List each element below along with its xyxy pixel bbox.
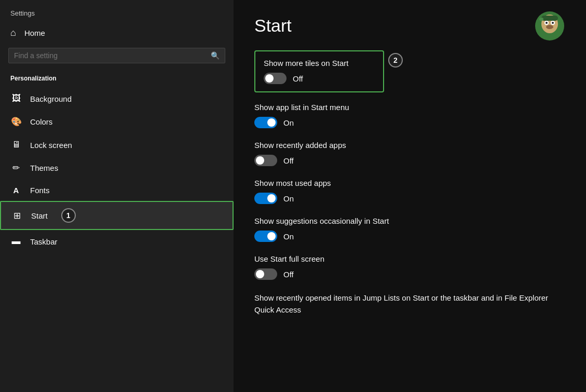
sidebar-item-lock-screen[interactable]: 🖥 Lock screen	[0, 133, 234, 156]
toggle-thumb	[265, 74, 274, 83]
sidebar-item-themes[interactable]: ✏ Themes	[0, 156, 234, 180]
sidebar-item-fonts[interactable]: A Fonts	[0, 180, 234, 201]
svg-point-4	[546, 22, 548, 24]
toggle-row-show-most-used: On	[254, 193, 565, 204]
sidebar-item-colors[interactable]: 🎨 Colors	[0, 110, 234, 133]
setting-label-use-full-screen: Use Start full screen	[254, 254, 565, 263]
colors-icon: 🎨	[10, 116, 22, 127]
main-content: Start Show more tiles on Start Off 2 Sho…	[234, 0, 586, 392]
home-label: Home	[24, 29, 45, 37]
setting-show-more-tiles: Show more tiles on Start Off 2	[254, 50, 384, 92]
start-icon: ⊞	[11, 210, 23, 221]
svg-rect-8	[539, 18, 543, 21]
toggle-thumb	[256, 270, 264, 278]
toggle-row-use-full-screen: Off	[254, 268, 565, 280]
sidebar-item-taskbar[interactable]: ▬ Taskbar	[0, 230, 234, 253]
toggle-thumb	[267, 194, 276, 202]
toggle-show-suggestions[interactable]	[254, 231, 277, 242]
setting-show-suggestions: Show suggestions occasionally in Start O…	[254, 217, 565, 242]
setting-use-full-screen: Use Start full screen Off	[254, 254, 565, 280]
svg-rect-7	[541, 16, 558, 21]
toggle-row-show-more-tiles: Off	[264, 73, 375, 84]
toggle-row-show-app-list: On	[254, 117, 565, 128]
toggle-show-recently-added[interactable]	[254, 155, 277, 166]
page-title: Start	[254, 16, 565, 36]
svg-point-5	[552, 22, 554, 24]
sidebar-item-start[interactable]: ⊞ Start 1	[0, 201, 234, 230]
setting-show-recently-added: Show recently added apps Off	[254, 141, 565, 166]
toggle-use-full-screen[interactable]	[254, 268, 277, 280]
home-icon: ⌂	[10, 28, 16, 38]
home-nav-item[interactable]: ⌂ Home	[0, 22, 234, 44]
toggle-show-more-tiles[interactable]	[264, 73, 287, 84]
toggle-state-show-suggestions: On	[283, 232, 294, 241]
setting-label-show-suggestions: Show suggestions occasionally in Start	[254, 217, 565, 225]
setting-label-show-more-tiles: Show more tiles on Start	[264, 59, 375, 67]
start-badge: 1	[61, 208, 76, 223]
toggle-state-show-recently-added: Off	[283, 156, 294, 165]
show-more-tiles-badge: 2	[388, 53, 403, 67]
toggle-thumb	[267, 118, 276, 127]
toggle-show-app-list[interactable]	[254, 117, 277, 128]
background-icon: 🖼	[10, 93, 22, 104]
sidebar-item-background[interactable]: 🖼 Background	[0, 87, 234, 110]
avatar	[534, 10, 565, 42]
toggle-state-show-more-tiles: Off	[293, 74, 303, 83]
taskbar-icon: ▬	[10, 236, 22, 247]
section-label: Personalization	[0, 72, 234, 87]
setting-label-show-app-list: Show app list in Start menu	[254, 103, 565, 112]
toggle-state-show-app-list: On	[283, 118, 294, 127]
setting-label-show-most-used: Show most used apps	[254, 179, 565, 187]
search-box[interactable]: 🔍	[8, 48, 225, 63]
last-setting-label: Show recently opened items in Jump Lists…	[254, 292, 565, 316]
toggle-row-show-recently-added: Off	[254, 155, 565, 166]
toggle-row-show-suggestions: On	[254, 231, 565, 242]
toggle-state-use-full-screen: Off	[283, 270, 294, 279]
app-title: Settings	[0, 0, 234, 22]
themes-icon: ✏	[10, 163, 22, 173]
sidebar: Settings ⌂ Home 🔍 Personalization 🖼 Back…	[0, 0, 234, 392]
search-icon: 🔍	[211, 51, 220, 60]
setting-show-most-used: Show most used apps On	[254, 179, 565, 204]
setting-show-app-list: Show app list in Start menu On	[254, 103, 565, 128]
toggle-thumb	[267, 232, 276, 240]
svg-point-6	[546, 25, 553, 29]
toggle-show-most-used[interactable]	[254, 193, 277, 204]
fonts-icon: A	[10, 186, 22, 195]
lock-screen-icon: 🖥	[10, 140, 22, 150]
search-input[interactable]	[14, 51, 207, 60]
setting-label-show-recently-added: Show recently added apps	[254, 141, 565, 150]
toggle-state-show-most-used: On	[283, 194, 294, 203]
toggle-thumb	[256, 156, 264, 165]
